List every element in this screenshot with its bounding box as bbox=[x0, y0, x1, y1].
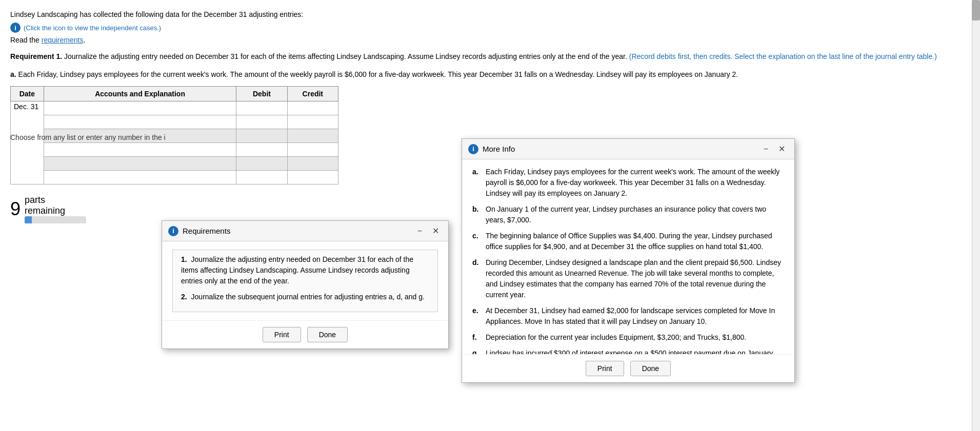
credit-input-1[interactable] bbox=[290, 102, 336, 114]
more-info-item-b: b. On January 1 of the current year, Lin… bbox=[472, 204, 784, 225]
accounts-input-1[interactable] bbox=[46, 102, 234, 114]
more-info-label-b: b. bbox=[472, 204, 481, 225]
accounts-input-4[interactable] bbox=[46, 144, 234, 155]
table-row: Dec. 31 bbox=[11, 101, 338, 115]
debit-input-6[interactable] bbox=[238, 172, 285, 183]
accounts-input-6[interactable] bbox=[46, 172, 234, 183]
more-info-item-e: e. At December 31, Lindsey had earned $2… bbox=[472, 305, 784, 327]
more-info-label-a: a. bbox=[472, 167, 481, 199]
more-info-label-c: c. bbox=[472, 231, 481, 252]
intro-sentence: Lindsey Landscaping has collected the fo… bbox=[10, 10, 303, 18]
debit-input-2[interactable] bbox=[238, 116, 285, 128]
credit-input-cell-5[interactable] bbox=[287, 157, 338, 171]
scrollbar[interactable] bbox=[972, 0, 980, 431]
more-info-modal-body: a. Each Friday, Lindsey pays employees f… bbox=[462, 159, 794, 354]
requirements-link[interactable]: requirements bbox=[42, 36, 84, 44]
debit-input-4[interactable] bbox=[238, 144, 285, 155]
parts-label: parts bbox=[25, 195, 86, 206]
requirements-done-button[interactable]: Done bbox=[307, 327, 348, 342]
credit-input-2[interactable] bbox=[290, 116, 336, 128]
req-item-2-text: Journalize the subsequent journal entrie… bbox=[191, 293, 425, 301]
table-row bbox=[11, 157, 338, 171]
credit-input-3[interactable] bbox=[290, 130, 336, 141]
accounts-input-5[interactable] bbox=[46, 158, 234, 169]
more-info-item-a: a. Each Friday, Lindsey pays employees f… bbox=[472, 167, 784, 199]
credit-input-cell-6[interactable] bbox=[287, 171, 338, 184]
req-body: Journalize the adjusting entry needed on… bbox=[64, 52, 627, 60]
credit-input-cell-4[interactable] bbox=[287, 143, 338, 157]
req-list-item-2: 2. Journalize the subsequent journal ent… bbox=[179, 292, 431, 302]
credit-input-6[interactable] bbox=[290, 172, 336, 183]
read-req: Read the requirements. bbox=[10, 36, 970, 44]
more-info-close-button[interactable]: ✕ bbox=[775, 143, 788, 155]
modal-header-left: i Requirements bbox=[168, 226, 230, 236]
progress-bar-container bbox=[25, 216, 86, 223]
requirements-info-icon[interactable]: i bbox=[168, 226, 178, 236]
more-info-list: a. Each Friday, Lindsey pays employees f… bbox=[472, 167, 784, 354]
table-row bbox=[11, 115, 338, 129]
debit-input-cell-4[interactable] bbox=[236, 143, 287, 157]
col-credit-header: Credit bbox=[287, 87, 338, 101]
more-info-modal-header: i More Info − ✕ bbox=[462, 139, 794, 159]
item-a-body: Each Friday, Lindsey pays employees for … bbox=[18, 70, 738, 78]
more-info-text-g: Lindsey has incurred $300 of interest ex… bbox=[486, 348, 784, 354]
more-info-modal: i More Info − ✕ a. Each Friday, Lindsey … bbox=[462, 138, 795, 383]
more-info-done-button[interactable]: Done bbox=[630, 361, 671, 376]
requirements-modal: i Requirements − ✕ 1. Journalize the adj… bbox=[162, 220, 449, 349]
accounts-input-cell-6[interactable] bbox=[44, 171, 236, 184]
requirements-modal-title: Requirements bbox=[183, 227, 230, 235]
more-info-text-c: The beginning balance of Office Supplies… bbox=[486, 231, 784, 252]
debit-input-cell-3[interactable] bbox=[236, 129, 287, 143]
more-info-text-f: Depreciation for the current year includ… bbox=[486, 332, 746, 343]
accounts-input-2[interactable] bbox=[46, 116, 234, 128]
col-debit-header: Debit bbox=[236, 87, 287, 101]
requirements-print-button[interactable]: Print bbox=[263, 327, 301, 342]
info-icon[interactable]: i bbox=[10, 23, 21, 33]
debit-input-cell-6[interactable] bbox=[236, 171, 287, 184]
credit-input-4[interactable] bbox=[290, 144, 336, 155]
progress-bar-fill bbox=[25, 216, 32, 223]
more-info-print-button[interactable]: Print bbox=[586, 361, 624, 376]
requirements-minimize-button[interactable]: − bbox=[414, 225, 425, 237]
more-info-icon[interactable]: i bbox=[468, 144, 478, 154]
accounts-input-cell-4[interactable] bbox=[44, 143, 236, 157]
debit-input-3[interactable] bbox=[238, 130, 285, 141]
accounts-input-cell-5[interactable] bbox=[44, 157, 236, 171]
debit-input-cell-5[interactable] bbox=[236, 157, 287, 171]
more-info-label-f: f. bbox=[472, 332, 481, 343]
credit-input-cell-3[interactable] bbox=[287, 129, 338, 143]
accounts-input-cell-2[interactable] bbox=[44, 115, 236, 129]
more-info-modal-controls: − ✕ bbox=[761, 143, 788, 155]
req-item-1-num: 1. bbox=[181, 255, 187, 263]
table-row bbox=[11, 171, 338, 184]
req-list-item-1: 1. Journalize the adjusting entry needed… bbox=[179, 254, 431, 286]
requirements-modal-body: 1. Journalize the adjusting entry needed… bbox=[162, 241, 448, 320]
req-item-1-text: Journalize the adjusting entry needed on… bbox=[181, 255, 413, 285]
credit-input-cell-2[interactable] bbox=[287, 115, 338, 129]
debit-input-cell-2[interactable] bbox=[236, 115, 287, 129]
accounts-input-cell-1[interactable] bbox=[44, 101, 236, 115]
parts-remaining: 9 parts remaining bbox=[10, 195, 86, 223]
table-row bbox=[11, 143, 338, 157]
more-info-item-d: d. During December, Lindsey designed a l… bbox=[472, 257, 784, 300]
requirements-close-button[interactable]: ✕ bbox=[429, 225, 442, 237]
credit-input-cell-1[interactable] bbox=[287, 101, 338, 115]
item-a-text: a. Each Friday, Lindsey pays employees f… bbox=[10, 69, 970, 80]
more-info-text-e: At December 31, Lindsey had earned $2,00… bbox=[486, 305, 784, 327]
req-label: Requirement 1. bbox=[10, 52, 62, 60]
more-info-item-f: f. Depreciation for the current year inc… bbox=[472, 332, 784, 343]
more-info-label-d: d. bbox=[472, 257, 481, 300]
requirement-text: Requirement 1. Journalize the adjusting … bbox=[10, 51, 970, 62]
scrollbar-thumb[interactable] bbox=[972, 0, 980, 20]
debit-input-cell-1[interactable] bbox=[236, 101, 287, 115]
parts-number: 9 bbox=[10, 198, 21, 220]
requirements-modal-controls: − ✕ bbox=[414, 225, 442, 237]
requirements-modal-footer: Print Done bbox=[162, 320, 448, 348]
debit-input-1[interactable] bbox=[238, 102, 285, 114]
credit-input-5[interactable] bbox=[290, 158, 336, 169]
choose-text: Choose from any list or enter any number… bbox=[10, 133, 166, 141]
item-a-label: a. bbox=[10, 70, 16, 78]
more-info-minimize-button[interactable]: − bbox=[761, 143, 771, 155]
debit-input-5[interactable] bbox=[238, 158, 285, 169]
more-info-label-e: e. bbox=[472, 305, 481, 327]
